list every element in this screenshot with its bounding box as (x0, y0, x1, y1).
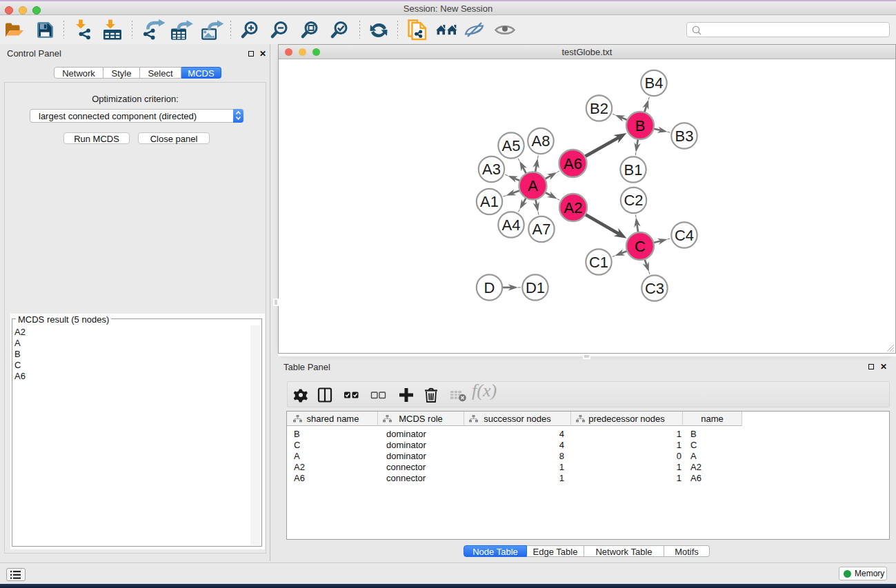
svg-text:A3: A3 (482, 161, 501, 178)
svg-text:B: B (635, 117, 646, 134)
svg-text:B2: B2 (590, 100, 608, 117)
svg-text:C3: C3 (645, 280, 664, 297)
svg-text:A1: A1 (480, 193, 499, 210)
svg-text:A5: A5 (502, 137, 521, 154)
svg-text:A2: A2 (564, 199, 583, 216)
svg-text:B3: B3 (675, 128, 694, 145)
svg-text:C1: C1 (589, 254, 608, 271)
svg-text:D: D (484, 279, 495, 296)
svg-text:B4: B4 (645, 74, 664, 92)
svg-text:C2: C2 (624, 192, 643, 209)
svg-text:A7: A7 (532, 221, 551, 238)
svg-text:A4: A4 (502, 216, 521, 234)
svg-text:A: A (528, 177, 538, 194)
svg-text:A6: A6 (564, 155, 582, 172)
svg-text:B1: B1 (624, 161, 643, 179)
svg-text:C4: C4 (675, 227, 694, 244)
svg-text:A8: A8 (532, 132, 550, 150)
svg-text:C: C (635, 238, 646, 255)
svg-text:D1: D1 (526, 279, 545, 296)
